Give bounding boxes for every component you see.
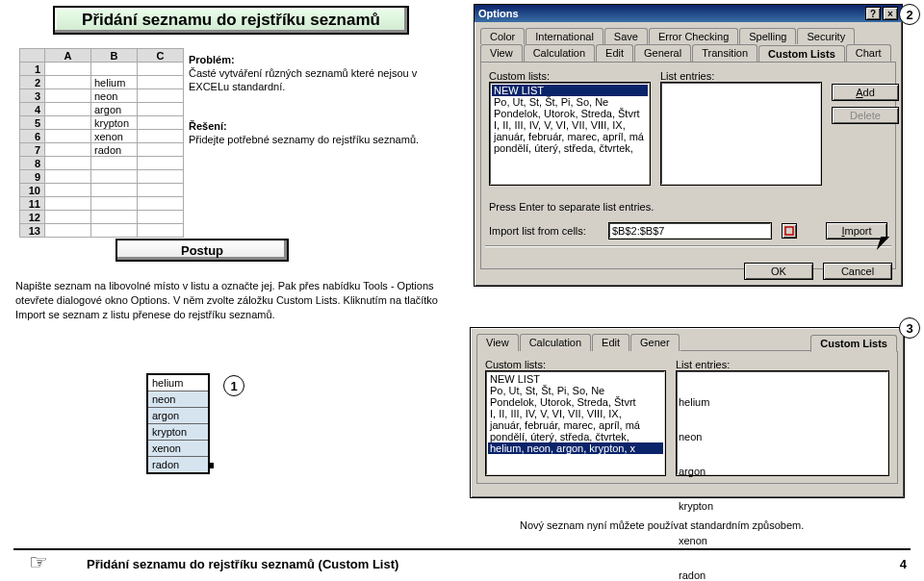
cancel-button[interactable]: Cancel — [823, 263, 892, 280]
row-header: 2 — [20, 76, 45, 89]
dialog-titlebar: Options ? × — [475, 5, 902, 22]
help-button[interactable]: ? — [865, 7, 881, 20]
solution-heading: Řešení: — [189, 120, 227, 132]
row-header: 1 — [20, 63, 45, 76]
list-item[interactable]: NEW LIST — [488, 373, 663, 385]
entry-line: helium — [679, 396, 886, 408]
problem-solution-text: Problém: Časté vytváření různých seznamů… — [189, 54, 429, 146]
list-entries-label: List entries: — [676, 359, 889, 370]
list-item[interactable]: I, II, III, IV, V, VI, VII, VIII, IX, — [488, 408, 663, 419]
tab-transition[interactable]: Transition — [692, 44, 757, 62]
add-button-label: dd — [863, 87, 875, 98]
tab-custom-lists[interactable]: Custom Lists — [810, 335, 897, 352]
tab-view[interactable]: View — [480, 44, 523, 62]
tab-spelling[interactable]: Spelling — [739, 28, 796, 44]
range-picker-icon — [784, 226, 794, 236]
tab-edit[interactable]: Edit — [596, 44, 633, 62]
col-header: B — [91, 49, 138, 63]
tab-international[interactable]: International — [526, 28, 603, 44]
selection-active-cell: helium — [148, 375, 208, 391]
delete-button[interactable]: Delete — [832, 107, 899, 124]
custom-lists-label: Custom lists: — [489, 70, 651, 82]
list-item[interactable]: helium, neon, argon, krypton, x — [488, 442, 663, 454]
svg-rect-0 — [785, 227, 793, 235]
list-item[interactable]: Po, Ut, St, Št, Pi, So, Ne — [488, 385, 663, 396]
options-dialog: Options ? × Color International Save Err… — [474, 4, 903, 287]
sheet-corner — [20, 49, 45, 63]
instructions: Napište seznam na libovolné místo v list… — [15, 279, 439, 322]
tab-chart[interactable]: Chart — [846, 44, 891, 62]
tab-calculation[interactable]: Calculation — [520, 334, 591, 351]
list-item[interactable]: Pondelok, Utorok, Streda, Štvrt — [488, 396, 663, 408]
list-item[interactable]: január, február, marec, apríl, má — [488, 419, 663, 431]
dialog-title: Options — [478, 8, 519, 19]
list-entries-textarea[interactable] — [660, 82, 822, 186]
tab-error-checking[interactable]: Error Checking — [649, 28, 738, 44]
list-item[interactable]: NEW LIST — [492, 85, 648, 96]
list-item[interactable]: január, február, marec, apríl, má — [492, 131, 648, 142]
hand-icon: ☞ — [29, 550, 48, 575]
problem-heading: Problém: — [189, 54, 235, 65]
cell: helium — [91, 76, 138, 89]
custom-lists-label: Custom lists: — [485, 359, 666, 370]
tab-save[interactable]: Save — [604, 28, 648, 44]
list-entries-textarea[interactable]: helium neon argon krypton xenon radon — [676, 370, 889, 476]
tab-color[interactable]: Color — [480, 28, 525, 44]
press-enter-hint: Press Enter to separate list entries. — [489, 201, 887, 213]
tab-edit[interactable]: Edit — [592, 334, 629, 351]
import-range-value: $B$2:$B$7 — [612, 225, 664, 237]
col-header: A — [45, 49, 91, 63]
tab-view[interactable]: View — [476, 334, 519, 351]
list-entries-label: List entries: — [660, 70, 822, 82]
tab-general[interactable]: Gener — [630, 334, 680, 351]
add-button[interactable]: Add — [832, 84, 899, 101]
import-from-cells-label: Import list from cells: — [489, 225, 603, 237]
page-title: Přidání seznamu do rejstříku seznamů — [53, 6, 409, 35]
step-number-2: 2 — [899, 4, 920, 25]
selection-item: neon — [148, 391, 208, 407]
solution-text: Přidejte potřebné seznamy do rejstříku s… — [189, 134, 419, 145]
tab-general[interactable]: General — [634, 44, 691, 62]
ok-button[interactable]: OK — [744, 263, 813, 280]
list-item[interactable]: Po, Ut, St, Št, Pi, So, Ne — [492, 96, 648, 108]
conclusion-text: Nový seznam nyní můžete používat standar… — [520, 519, 804, 531]
tab-security[interactable]: Security — [797, 28, 855, 44]
tab-custom-lists[interactable]: Custom Lists — [758, 45, 845, 63]
spreadsheet: A B C 1 2helium 3neon 4argon 5krypton 6x… — [19, 48, 184, 238]
options-dialog-step3: View Calculation Edit Gener Custom Lists… — [470, 327, 905, 498]
list-item[interactable]: Pondelok, Utorok, Streda, Štvrt — [492, 108, 648, 119]
tab-calculation[interactable]: Calculation — [524, 44, 595, 62]
list-item[interactable]: I, II, III, IV, V, VI, VII, VIII, IX, — [492, 119, 648, 131]
footer-page-number: 4 — [900, 557, 907, 571]
import-range-input[interactable]: $B$2:$B$7 — [608, 222, 772, 240]
custom-lists-listbox[interactable]: NEW LIST Po, Ut, St, Št, Pi, So, Ne Pond… — [485, 370, 666, 476]
footer-divider — [13, 548, 911, 550]
list-item[interactable]: pondělí, úterý, středa, čtvrtek, — [488, 431, 663, 442]
steps-heading: Postup — [116, 239, 289, 262]
import-button[interactable]: Import — [826, 222, 887, 240]
list-item[interactable]: pondělí, úterý, středa, čtvrtek, — [492, 142, 648, 154]
problem-text: Časté vytváření různých seznamů které ne… — [189, 67, 417, 92]
step-number-1: 1 — [223, 375, 244, 396]
col-header: C — [138, 49, 184, 63]
step-number-3: 3 — [899, 317, 920, 339]
range-picker-button[interactable] — [782, 223, 797, 239]
selection-inset: helium neon argon krypton xenon radon — [146, 373, 210, 474]
footer-title: Přidání seznamu do rejstříku seznamů (Cu… — [87, 557, 398, 571]
close-button[interactable]: × — [883, 7, 898, 20]
tab-panel: Custom lists: NEW LIST Po, Ut, St, Št, P… — [480, 62, 896, 269]
fill-handle-icon — [208, 463, 214, 468]
custom-lists-listbox[interactable]: NEW LIST Po, Ut, St, Št, Pi, So, Ne Pond… — [489, 82, 651, 186]
